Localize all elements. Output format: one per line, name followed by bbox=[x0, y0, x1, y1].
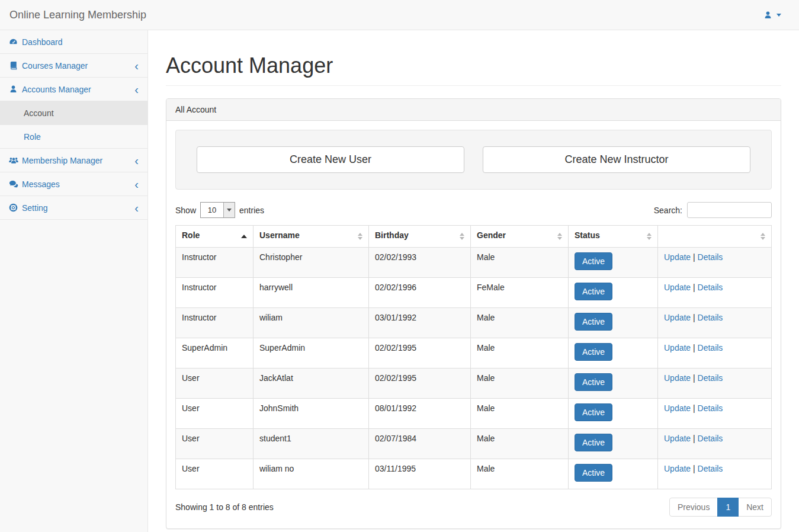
column-header-gender[interactable]: Gender bbox=[471, 226, 569, 248]
column-header-birthday[interactable]: Birthday bbox=[369, 226, 471, 248]
status-button[interactable]: Active bbox=[575, 283, 612, 300]
chevron-down-icon bbox=[776, 14, 781, 17]
next-page-button[interactable]: Next bbox=[738, 498, 772, 517]
column-header-status[interactable]: Status bbox=[569, 226, 658, 248]
chevron-left-icon: ‹ bbox=[134, 180, 139, 188]
sort-both-icon bbox=[557, 233, 562, 240]
status-button[interactable]: Active bbox=[575, 434, 612, 451]
update-link[interactable]: Update bbox=[664, 434, 691, 443]
sidebar-item-accounts-manager[interactable]: Accounts Manager ‹ bbox=[0, 78, 147, 101]
details-link[interactable]: Details bbox=[698, 343, 723, 352]
search-label: Search: bbox=[654, 206, 682, 215]
table-row: Instructor Christopher 02/02/1993 Male A… bbox=[176, 248, 772, 278]
update-link[interactable]: Update bbox=[664, 252, 691, 262]
actions-cell: Update | Details bbox=[658, 248, 772, 278]
status-button[interactable]: Active bbox=[575, 464, 612, 482]
main-content: Account Manager All Account Create New U… bbox=[148, 30, 799, 532]
action-separator: | bbox=[693, 343, 695, 352]
sidebar-item-setting[interactable]: Setting ‹ bbox=[0, 196, 147, 220]
status-button[interactable]: Active bbox=[575, 373, 612, 391]
role-cell: Instructor bbox=[176, 308, 254, 338]
select-caret-icon bbox=[223, 203, 235, 217]
sidebar-item-label: Membership Manager bbox=[22, 156, 102, 165]
update-link[interactable]: Update bbox=[664, 343, 691, 352]
birthday-cell: 02/02/1993 bbox=[369, 248, 471, 278]
create-new-instructor-button[interactable]: Create New Instructor bbox=[483, 146, 750, 173]
status-button[interactable]: Active bbox=[575, 403, 612, 421]
sidebar-item-membership-manager[interactable]: Membership Manager ‹ bbox=[0, 149, 147, 172]
chevron-left-icon: ‹ bbox=[134, 85, 139, 94]
details-link[interactable]: Details bbox=[698, 434, 723, 443]
actions-cell: Update | Details bbox=[658, 338, 772, 368]
table-row: Instructor harrywell 02/02/1996 FeMale A… bbox=[176, 278, 772, 308]
actions-cell: Update | Details bbox=[658, 429, 772, 459]
update-link[interactable]: Update bbox=[664, 464, 691, 473]
table-row: SuperAdmin SuperAdmin 02/02/1995 Male Ac… bbox=[176, 338, 772, 368]
actions-cell: Update | Details bbox=[658, 399, 772, 429]
user-menu[interactable] bbox=[763, 11, 790, 20]
create-new-user-button[interactable]: Create New User bbox=[197, 146, 464, 173]
top-navbar: Online Learning Membership bbox=[0, 0, 799, 30]
username-cell: harrywell bbox=[254, 278, 369, 308]
sidebar-item-messages[interactable]: Messages ‹ bbox=[0, 172, 147, 196]
sort-both-icon bbox=[358, 233, 362, 240]
pagination: Previous 1 Next bbox=[670, 498, 772, 517]
details-link[interactable]: Details bbox=[698, 373, 723, 383]
column-header-actions[interactable] bbox=[658, 226, 772, 248]
details-link[interactable]: Details bbox=[698, 464, 723, 473]
action-separator: | bbox=[693, 464, 695, 473]
update-link[interactable]: Update bbox=[664, 283, 691, 292]
sidebar-item-role[interactable]: Role bbox=[0, 125, 147, 149]
gender-cell: Male bbox=[471, 248, 569, 278]
entries-label: entries bbox=[239, 206, 264, 215]
chevron-left-icon: ‹ bbox=[134, 62, 139, 70]
sidebar-item-label: Accounts Manager bbox=[22, 85, 91, 94]
status-cell: Active bbox=[569, 338, 658, 368]
table-footer: Showing 1 to 8 of 8 entries Previous 1 N… bbox=[175, 498, 772, 520]
gender-cell: Male bbox=[471, 338, 569, 368]
update-link[interactable]: Update bbox=[664, 313, 691, 322]
page-title: Account Manager bbox=[166, 53, 781, 86]
details-link[interactable]: Details bbox=[698, 252, 723, 262]
username-cell: wiliam no bbox=[254, 459, 369, 489]
birthday-cell: 02/07/1984 bbox=[369, 429, 471, 459]
role-cell: SuperAdmin bbox=[176, 338, 254, 368]
sidebar-item-courses-manager[interactable]: Courses Manager ‹ bbox=[0, 54, 147, 78]
actions-cell: Update | Details bbox=[658, 368, 772, 399]
details-link[interactable]: Details bbox=[698, 403, 723, 413]
search-input[interactable] bbox=[687, 202, 772, 218]
table-row: User wiliam no 03/11/1995 Male Active Up… bbox=[176, 459, 772, 489]
status-button[interactable]: Active bbox=[575, 252, 612, 270]
update-link[interactable]: Update bbox=[664, 373, 691, 383]
role-cell: Instructor bbox=[176, 278, 254, 308]
role-cell: Instructor bbox=[176, 248, 254, 278]
gear-icon bbox=[9, 203, 22, 212]
action-separator: | bbox=[693, 252, 695, 262]
previous-page-button[interactable]: Previous bbox=[669, 498, 718, 517]
page-length-select[interactable]: 10 bbox=[200, 202, 235, 218]
sidebar-item-dashboard[interactable]: Dashboard bbox=[0, 30, 147, 54]
sidebar-item-label: Courses Manager bbox=[22, 61, 88, 70]
status-button[interactable]: Active bbox=[575, 343, 612, 361]
status-button[interactable]: Active bbox=[575, 313, 612, 331]
sidebar-item-label: Role bbox=[24, 132, 41, 142]
sidebar-item-label: Dashboard bbox=[22, 37, 63, 47]
status-cell: Active bbox=[569, 399, 658, 429]
actions-cell: Update | Details bbox=[658, 308, 772, 338]
action-separator: | bbox=[693, 403, 695, 413]
username-cell: JackAtlat bbox=[254, 368, 369, 399]
update-link[interactable]: Update bbox=[664, 403, 691, 413]
birthday-cell: 03/01/1992 bbox=[369, 308, 471, 338]
chevron-left-icon: ‹ bbox=[134, 156, 139, 165]
username-cell: wiliam bbox=[254, 308, 369, 338]
details-link[interactable]: Details bbox=[698, 313, 723, 322]
table-row: Instructor wiliam 03/01/1992 Male Active… bbox=[176, 308, 772, 338]
sidebar-item-account[interactable]: Account bbox=[0, 101, 147, 125]
page-1-button[interactable]: 1 bbox=[717, 498, 739, 517]
role-cell: User bbox=[176, 429, 254, 459]
action-separator: | bbox=[693, 373, 695, 383]
column-header-role[interactable]: Role bbox=[176, 226, 254, 248]
details-link[interactable]: Details bbox=[698, 283, 723, 292]
column-header-username[interactable]: Username bbox=[254, 226, 369, 248]
username-cell: SuperAdmin bbox=[254, 338, 369, 368]
